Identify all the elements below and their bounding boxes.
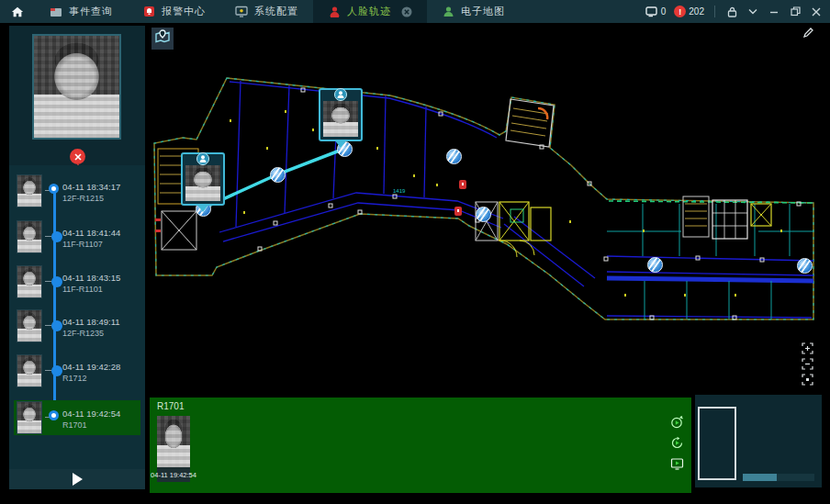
floor-map[interactable]: 1419 xyxy=(147,23,830,393)
pencil-icon xyxy=(802,26,814,42)
face-track-icon xyxy=(328,6,341,18)
person-badge-icon xyxy=(196,152,210,165)
camera-marker[interactable] xyxy=(797,258,813,274)
timeline-thumb[interactable] xyxy=(17,401,42,434)
timeline-item[interactable]: 04-11 18:41:4411F-R1107 xyxy=(9,217,145,257)
timeline-node[interactable] xyxy=(51,320,62,331)
preview-panel xyxy=(695,395,822,487)
alert-badge[interactable]: ! 202 xyxy=(674,6,704,17)
alert-count: 202 xyxy=(689,6,704,17)
timeline-location: R1701 xyxy=(62,420,87,430)
message-count: 0 xyxy=(661,6,667,17)
zoom-out-button[interactable] xyxy=(801,357,813,370)
timeline-time: 04-11 18:49:11 xyxy=(62,317,120,327)
timeline-node[interactable] xyxy=(51,231,62,242)
camera-marker[interactable] xyxy=(476,207,491,222)
edit-map-button[interactable] xyxy=(801,27,815,41)
face-marker-balloon[interactable] xyxy=(319,88,363,141)
snapshot-thumb[interactable]: 04-11 19:42:54 xyxy=(157,416,190,482)
minimize-button[interactable] xyxy=(768,6,780,18)
chevron-down-icon[interactable] xyxy=(746,6,759,18)
face-marker-balloon[interactable] xyxy=(181,152,225,206)
timeline-node[interactable] xyxy=(49,410,59,420)
map-select-button[interactable] xyxy=(151,28,174,50)
home-icon xyxy=(11,6,24,18)
tab-close-icon[interactable] xyxy=(401,6,412,17)
thumb-connector xyxy=(45,281,51,282)
snapshot-room-label: R1701 xyxy=(157,401,184,411)
tab-alarm-center[interactable]: 报警中心 xyxy=(128,0,220,23)
timeline-face-photo xyxy=(17,221,41,252)
timeline-item[interactable]: 04-11 18:34:1712F-R1215 xyxy=(9,171,145,211)
timeline-item[interactable]: 04-11 19:42:54R1701 xyxy=(9,398,145,438)
top-bar: 事件查询报警中心系统配置人脸轨迹电子地图 0 ! 202 xyxy=(0,0,830,23)
timed-playback-button[interactable] xyxy=(669,414,684,429)
maximize-button[interactable] xyxy=(789,6,802,18)
timeline-time: 04-11 18:34:17 xyxy=(62,182,120,192)
tab-system-config[interactable]: 系统配置 xyxy=(220,0,313,23)
camera-marker[interactable] xyxy=(647,257,663,273)
timeline-face-photo xyxy=(17,175,41,207)
timeline-face-photo xyxy=(17,355,41,386)
sidebar: 04-11 18:34:1712F-R121504-11 18:41:4411F… xyxy=(9,26,145,489)
tab-label: 事件查询 xyxy=(69,5,113,18)
snapshot-face-photo xyxy=(157,416,190,467)
timeline-thumb[interactable] xyxy=(17,309,42,342)
snapshot-actions xyxy=(669,414,684,471)
timeline-thumb[interactable] xyxy=(17,174,42,207)
alarm-center-icon xyxy=(142,6,155,18)
event-query-icon xyxy=(50,6,62,18)
timeline-item[interactable]: 04-11 18:43:1511F-R1101 xyxy=(9,262,145,302)
play-button[interactable] xyxy=(73,473,83,486)
timeline-node[interactable] xyxy=(49,184,59,194)
topbar-right: 0 ! 202 xyxy=(645,0,823,23)
lock-button[interactable] xyxy=(725,6,738,18)
alert-icon: ! xyxy=(674,6,686,17)
system-config-icon xyxy=(235,6,248,18)
trajectory-timeline: 04-11 18:34:1712F-R121504-11 18:41:4411F… xyxy=(9,165,145,471)
progress-bar[interactable] xyxy=(743,474,814,481)
timeline-thumb[interactable] xyxy=(17,265,42,298)
tab-label: 人脸轨迹 xyxy=(347,5,391,18)
timeline-location: 11F-R1107 xyxy=(62,240,103,249)
app-window: 事件查询报警中心系统配置人脸轨迹电子地图 0 ! 202 xyxy=(0,0,830,504)
timeline-location: 11F-R1101 xyxy=(62,285,103,294)
camera-marker[interactable] xyxy=(446,149,462,164)
timeline-time: 04-11 18:43:15 xyxy=(62,273,120,283)
tab-face-track[interactable]: 人脸轨迹 xyxy=(313,0,427,23)
balloon-tail xyxy=(196,204,209,212)
close-button[interactable] xyxy=(810,6,823,18)
marker-face-photo xyxy=(185,165,220,201)
timeline-location: 12F-R1215 xyxy=(62,194,104,203)
playback-bar xyxy=(9,469,145,489)
dimension-label: 1419 xyxy=(393,188,406,194)
timeline-thumb[interactable] xyxy=(17,354,42,387)
thumb-connector xyxy=(45,236,51,237)
timeline-item[interactable]: 04-11 18:49:1112F-R1235 xyxy=(9,306,145,346)
message-badge[interactable]: 0 xyxy=(645,6,667,18)
tab-event-query[interactable]: 事件查询 xyxy=(35,0,128,23)
marker-face-photo xyxy=(323,101,358,137)
thumb-connector xyxy=(45,370,51,371)
timeline-node[interactable] xyxy=(51,276,62,287)
camera-marker[interactable] xyxy=(270,167,286,183)
timeline-node[interactable] xyxy=(51,365,62,376)
home-button[interactable] xyxy=(0,0,35,23)
timeline-time: 04-11 19:42:54 xyxy=(62,409,120,419)
timeline-thumb[interactable] xyxy=(17,220,42,253)
balloon-tail xyxy=(334,140,347,148)
zoom-in-button[interactable] xyxy=(801,342,813,354)
zoom-reset-button[interactable] xyxy=(801,373,813,386)
tab-e-map[interactable]: 电子地图 xyxy=(427,0,520,23)
map-zoom-controls xyxy=(801,342,813,386)
tab-label: 系统配置 xyxy=(254,5,298,18)
timeline-item[interactable]: 04-11 19:42:28R1712 xyxy=(9,351,145,391)
replay-button[interactable] xyxy=(669,435,684,450)
timeline-location: R1712 xyxy=(62,374,87,383)
thumb-connector xyxy=(45,325,51,326)
message-icon xyxy=(645,6,658,18)
video-playback-button[interactable] xyxy=(669,456,684,471)
divider xyxy=(714,6,715,17)
remove-target-button[interactable] xyxy=(70,149,85,164)
progress-fill xyxy=(743,474,777,481)
